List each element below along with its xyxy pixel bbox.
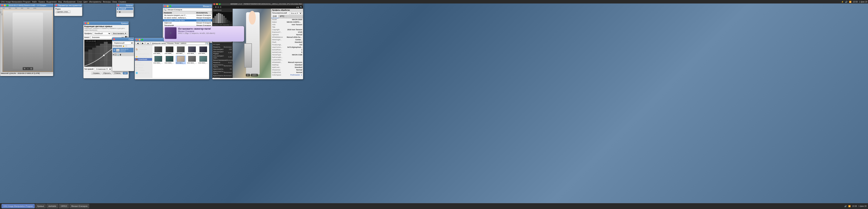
history-item-11[interactable]: Базовая цветовая sRGA — [212, 77, 232, 78]
layer-visible-icon[interactable]: 👁 — [114, 49, 115, 51]
photo-canvas[interactable]: ↻ ↔ ⊡ — [2, 9, 53, 72]
nav-videos[interactable]: ▶ Videos — [135, 66, 152, 69]
menu-tools[interactable]: Инструменты — [89, 1, 101, 3]
menu-view[interactable]: Вид — [58, 1, 62, 3]
layer-item[interactable]: 👁 2018-09-17-0003.tif — [113, 48, 133, 53]
lock-position-icon[interactable]: 🔒 — [122, 45, 125, 47]
close-button[interactable] — [85, 22, 86, 24]
nav-documents[interactable]: 📁 Documents — [135, 55, 152, 58]
menu-layers[interactable]: Слои — [77, 1, 82, 3]
nav-forward-btn[interactable]: ▶ — [141, 42, 145, 45]
taskbar-btn-filemanager[interactable]: 190910 — [59, 204, 69, 208]
channel-delete-btn[interactable]: 🗑 — [119, 11, 121, 13]
channel-gray[interactable]: ■ Серый — [117, 7, 133, 10]
dt-zoom[interactable]: 🔍 — [300, 6, 302, 8]
nav-recent[interactable]: ⏱ Недавние — [135, 45, 152, 48]
history-item-1[interactable]: Резкость Включено — [212, 46, 232, 48]
file-item-1[interactable]: DSC4894_.NEF — [153, 46, 163, 55]
close-button[interactable] — [1, 4, 3, 6]
nav-desktop[interactable]: 🖥 Рабочий Стол — [135, 53, 152, 55]
dt-icon-1[interactable]: ⌂ — [213, 6, 214, 8]
channel-add-btn[interactable]: + — [117, 11, 118, 13]
close-button[interactable] — [136, 39, 138, 41]
layer-copy-icon[interactable]: ⿴ — [115, 54, 117, 56]
file-item-7[interactable]: DSC4905_.NEF — [164, 56, 175, 64]
zoom-100-btn[interactable]: 100% — [251, 74, 258, 76]
search-icon[interactable]: 🔍 — [206, 42, 208, 44]
history-item-7[interactable]: Красочность: Пасте... Включено — [212, 64, 232, 68]
nav-up-btn[interactable]: ▲ — [146, 42, 150, 45]
file-item-9[interactable]: DSC4902_.NEF — [187, 56, 197, 64]
restore-btn[interactable]: Восстановить ▼ — [112, 32, 128, 35]
tray-volume[interactable]: 🔊 — [844, 205, 847, 207]
menu-file[interactable]: Файл — [32, 1, 37, 3]
menu-image[interactable]: Изображение — [63, 1, 75, 3]
dt-photo-area[interactable]: ⊡ 100% — [233, 9, 271, 78]
history-item-9[interactable]: Красочность: Пасте... Включено — [212, 70, 232, 74]
nav-pictures[interactable]: 🖼 Pictures — [135, 64, 152, 66]
menu-edit[interactable]: Правка — [38, 1, 45, 3]
menu-selection[interactable]: Выделение — [46, 1, 57, 3]
dt-toggle-1[interactable]: ◀ ▶ — [296, 6, 299, 8]
dt-icon-4[interactable]: ⚙ — [220, 6, 221, 8]
lock-alpha-icon[interactable]: ⬜ — [125, 45, 127, 47]
minimize-button[interactable] — [138, 39, 141, 41]
history-item-8[interactable]: Красочность 55 — [212, 68, 232, 70]
close-button[interactable] — [164, 5, 166, 7]
file-item-5[interactable]: DSC4900_.NEF — [198, 46, 209, 55]
profile-select[interactable]: Show all ▼ — [289, 12, 302, 14]
history-item-3[interactable]: Лок.контраст Радиус 0.45 — [212, 50, 232, 55]
zoom-fit-btn[interactable]: ⊡ — [246, 74, 250, 76]
close-button[interactable] — [117, 4, 119, 6]
layer-anchor-icon[interactable]: ⚓ — [117, 54, 119, 56]
taskbar-btn-curves[interactable]: Кривые — [35, 204, 46, 208]
menu-colors[interactable]: Цвет — [83, 1, 88, 3]
file-item-3[interactable]: DSC4897_.NEF — [176, 46, 186, 55]
file-item-2[interactable]: DSC4895_.NEF — [164, 46, 175, 55]
make-layer-btn[interactable]: Сделать слое... — [55, 10, 70, 13]
taskbar-btn-music[interactable]: Михаил Елизаров — [69, 204, 89, 208]
maximize-button[interactable] — [169, 5, 171, 7]
layer-delete-icon[interactable]: 🗑 — [120, 54, 122, 56]
taskbar-btn-gimp[interactable]: GNU Image Manipulation Program — [2, 204, 35, 208]
file-item-10[interactable]: DSC4903_.NEF — [198, 56, 209, 64]
tray-network[interactable]: 📶 — [848, 205, 850, 207]
taskbar-btn-darktable[interactable]: darktable — [46, 204, 58, 208]
maximize-button[interactable] — [141, 39, 143, 41]
menu-help[interactable]: Справка — [118, 1, 126, 3]
layer-new-icon[interactable]: ✦ — [113, 54, 114, 56]
nav-downloads[interactable]: 📥 Downloads — [135, 58, 152, 61]
curves-reset-btn[interactable]: Сбросить — [102, 72, 112, 74]
menu-filters[interactable]: Фильтры — [103, 1, 111, 3]
history-item-2[interactable]: Лок.контраст 120 — [212, 48, 232, 50]
curve-type-select[interactable]: Сглаженная ▼ — [95, 68, 112, 71]
curves-cancel-btn[interactable]: Отмена — [113, 72, 122, 74]
close-button[interactable] — [55, 4, 57, 6]
history-item-5[interactable]: Виньетирование Включено — [212, 59, 232, 61]
menu-windows[interactable]: Окна — [113, 1, 117, 3]
nav-home[interactable]: 🏠 Домашняя папка — [135, 48, 152, 53]
dt-icon-3[interactable]: ⊞ — [217, 6, 219, 8]
minimize-button[interactable] — [166, 5, 168, 7]
nav-other[interactable]: 🌐 Другие места — [135, 72, 152, 74]
minimize-button[interactable] — [4, 4, 6, 6]
dt-icon-2[interactable]: ✱ — [215, 6, 217, 8]
file-item-4[interactable]: DSC4898_.NEF — [187, 46, 197, 55]
history-item-10[interactable]: Красочность Включено — [212, 74, 232, 77]
layer-mode-select[interactable]: Нормальный — [113, 41, 134, 44]
curves-help-btn[interactable]: Справка — [91, 72, 101, 74]
tab-iptc[interactable]: IPTC — [279, 15, 286, 18]
history-item-6[interactable]: Резкость 8.12 — [212, 61, 232, 64]
tab-exif[interactable]: EXR — [271, 15, 279, 18]
nav-trash[interactable]: 🗑 Корзина — [135, 69, 152, 72]
profile-select[interactable]: Линейный — [93, 32, 111, 35]
curves-ok-btn[interactable]: OK — [123, 72, 128, 74]
nav-music[interactable]: ♪ Music — [135, 61, 152, 64]
minimize-button[interactable] — [87, 22, 89, 24]
history-item-4[interactable]: Лок.контраст: Свет... 0.25 — [212, 55, 232, 59]
file-item-6[interactable]: DSC4901_.NEF — [153, 56, 163, 64]
file-item-8[interactable]: DSC4811_.NEF — [176, 56, 186, 64]
close-button[interactable] — [113, 38, 115, 40]
nav-back-btn[interactable]: ◀ — [135, 42, 140, 45]
maximize-button[interactable] — [7, 4, 8, 6]
